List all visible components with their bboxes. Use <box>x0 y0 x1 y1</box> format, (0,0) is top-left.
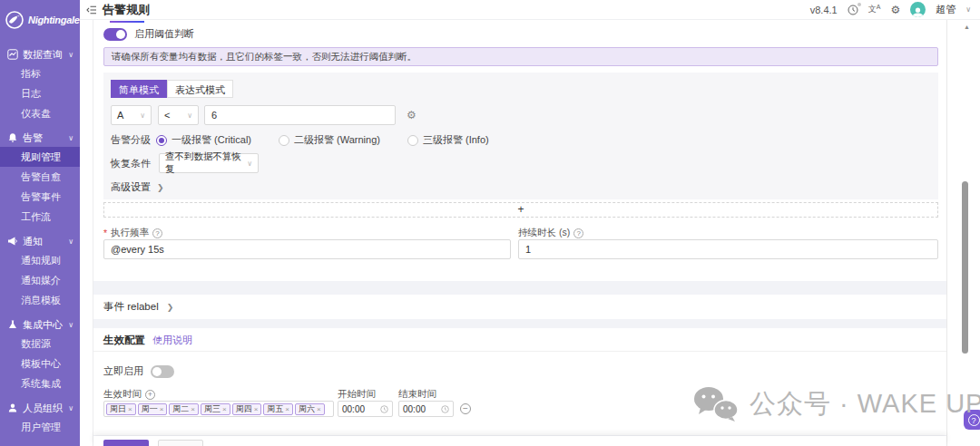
sidebar-item-logs[interactable]: 日志 <box>0 83 80 103</box>
enable-now-row: 立即启用 <box>103 364 174 378</box>
sidebar-item-data-sources[interactable]: 数据源 <box>0 334 80 354</box>
severity-option-label: 三级报警 (Info) <box>423 133 489 147</box>
effective-time-label-row: 生效时间 + <box>103 388 155 401</box>
scrollbar-up-arrow[interactable]: ▲ <box>964 24 970 30</box>
effective-config-title: 生效配置 <box>103 328 145 352</box>
close-icon[interactable]: × <box>222 405 227 413</box>
avatar[interactable] <box>910 2 926 17</box>
plus-circle-icon[interactable]: + <box>145 390 155 400</box>
weekday-tag-label: 周日 <box>110 403 126 415</box>
condition-row: A ∨ < ∨ ⚙ <box>111 105 416 125</box>
minus-circle-icon[interactable]: − <box>460 403 471 414</box>
app-root: Nightingale 数据查询 ∨ 指标 日志 仪表盘 告警 ∨ 规则管理 告… <box>0 0 980 446</box>
condition-operator-value: < <box>164 110 170 121</box>
clock-icon[interactable] <box>848 5 858 15</box>
sidebar-group-label: 集成中心 <box>23 318 63 332</box>
translate-icon[interactable]: 文A <box>868 4 881 15</box>
recover-condition-select[interactable]: 查不到数据不算恢复 ∨ <box>159 153 259 173</box>
scrollbar-thumb[interactable] <box>962 181 968 354</box>
chevron-down-icon: ∨ <box>68 404 74 412</box>
enable-now-label: 立即启用 <box>103 364 143 378</box>
sidebar-group-data-query[interactable]: 数据查询 ∨ <box>0 45 80 63</box>
topbar-right: v8.4.1 文A ⚙ 超管 ∨ <box>810 2 971 17</box>
cancel-button[interactable] <box>158 440 203 446</box>
help-floating-button[interactable]: ? <box>964 410 980 430</box>
sidebar-item-metrics[interactable]: 指标 <box>0 63 80 83</box>
close-icon[interactable]: × <box>317 405 321 413</box>
sidebar-item-workflow[interactable]: 工作流 <box>0 207 80 227</box>
frequency-input[interactable] <box>103 239 511 259</box>
logo[interactable]: Nightingale <box>0 0 80 40</box>
severity-option-info[interactable]: 三级报警 (Info) <box>407 133 489 147</box>
close-icon[interactable]: × <box>285 405 289 413</box>
username[interactable]: 超管 <box>936 3 956 16</box>
severity-option-warning[interactable]: 二级报警 (Warning) <box>279 133 380 147</box>
save-button[interactable] <box>103 440 149 446</box>
condition-operator-select[interactable]: < ∨ <box>158 105 199 125</box>
menu-fold-icon[interactable] <box>86 5 97 15</box>
recover-condition-label: 恢复条件 <box>111 157 151 170</box>
top-bar: 告警规则 v8.4.1 文A ⚙ 超管 ∨ <box>80 0 980 20</box>
sidebar-item-alert-events[interactable]: 告警事件 <box>0 187 80 207</box>
sidebar-group-notifications[interactable]: 通知 ∨ <box>0 232 80 250</box>
event-relabel-card[interactable]: 事件 relabel ❯ <box>93 295 946 319</box>
duration-input[interactable] <box>518 239 938 259</box>
chevron-down-icon: ∨ <box>243 160 252 168</box>
sidebar-group-integration-center[interactable]: 集成中心 ∨ <box>0 315 80 334</box>
sidebar-item-message-templates[interactable]: 消息模板 <box>0 290 80 310</box>
advanced-settings-label: 高级设置 <box>111 181 151 192</box>
question-circle-icon[interactable]: ? <box>573 228 583 238</box>
sidebar-group-label: 人员组织 <box>23 402 63 415</box>
chart-icon <box>6 49 18 61</box>
sidebar-group-label: 通知 <box>23 235 43 248</box>
sidebar-item-system-integration[interactable]: 系统集成 <box>0 373 80 393</box>
close-icon[interactable]: × <box>254 405 259 413</box>
sidebar-item-rules-management[interactable]: 规则管理 <box>0 147 80 167</box>
close-icon[interactable]: × <box>160 405 164 413</box>
condition-variable-value: A <box>117 110 123 121</box>
sidebar-item-dashboards[interactable]: 仪表盘 <box>0 103 80 123</box>
sidebar-item-notification-rules[interactable]: 通知规则 <box>0 250 80 270</box>
notification-dot <box>858 3 861 6</box>
start-time-value: 00:00 <box>342 404 365 414</box>
chevron-down-icon[interactable]: ∨ <box>965 5 971 14</box>
weekday-tag-label: 周五 <box>267 403 283 415</box>
condition-variable-select[interactable]: A ∨ <box>111 105 152 125</box>
weekday-tag-label: 周二 <box>172 403 189 415</box>
close-icon[interactable]: × <box>128 405 132 413</box>
condition-settings-gear-icon[interactable]: ⚙ <box>407 109 416 121</box>
start-time-input[interactable]: 00:00 <box>338 401 393 417</box>
sidebar-item-template-center[interactable]: 模板中心 <box>0 354 80 373</box>
sidebar-group-personnel-org[interactable]: 人员组织 ∨ <box>0 399 80 417</box>
question-circle-icon[interactable]: ? <box>152 228 162 238</box>
weekday-tag-label: 周四 <box>236 403 252 415</box>
add-condition-button[interactable]: + <box>103 202 938 218</box>
sidebar-group-alerts[interactable]: 告警 ∨ <box>0 129 80 147</box>
condition-value-input[interactable] <box>204 105 396 125</box>
question-circle-icon: ? <box>968 414 980 426</box>
sidebar-item-notification-media[interactable]: 通知媒介 <box>0 270 80 290</box>
close-icon[interactable]: × <box>191 405 195 413</box>
end-time-input[interactable]: 00:00 <box>398 401 454 417</box>
weekday-tag: 周日× <box>106 403 136 415</box>
severity-option-critical[interactable]: 一级报警 (Critical) <box>156 133 251 147</box>
sidebar-group-label: 告警 <box>23 131 43 145</box>
required-mark: * <box>103 228 107 238</box>
chevron-down-icon: ∨ <box>68 134 74 142</box>
bottom-action-bar <box>93 436 946 446</box>
chevron-down-icon: ∨ <box>183 112 192 120</box>
chevron-down-icon: ∨ <box>68 238 74 246</box>
tab-simple-mode[interactable]: 简单模式 <box>111 80 167 98</box>
advanced-settings-link[interactable]: 高级设置 ❯ <box>111 180 164 194</box>
bell-icon <box>6 132 18 144</box>
tab-expression-mode[interactable]: 表达式模式 <box>167 80 233 98</box>
gear-icon[interactable]: ⚙ <box>890 5 900 15</box>
weekday-multiselect[interactable]: 周日× 周一× 周二× 周三× 周四× 周五× 周六× <box>103 401 334 417</box>
sidebar-item-alert-self-healing[interactable]: 告警自愈 <box>0 167 80 187</box>
mode-tabs: 简单模式 表达式模式 <box>111 80 233 98</box>
sidebar-item-user-management[interactable]: 用户管理 <box>0 417 80 437</box>
enable-threshold-toggle[interactable] <box>103 28 127 41</box>
threshold-panel: 简单模式 表达式模式 A ∨ < ∨ ⚙ <box>103 73 938 199</box>
enable-now-toggle[interactable] <box>151 365 174 378</box>
usage-help-link[interactable]: 使用说明 <box>152 328 192 352</box>
